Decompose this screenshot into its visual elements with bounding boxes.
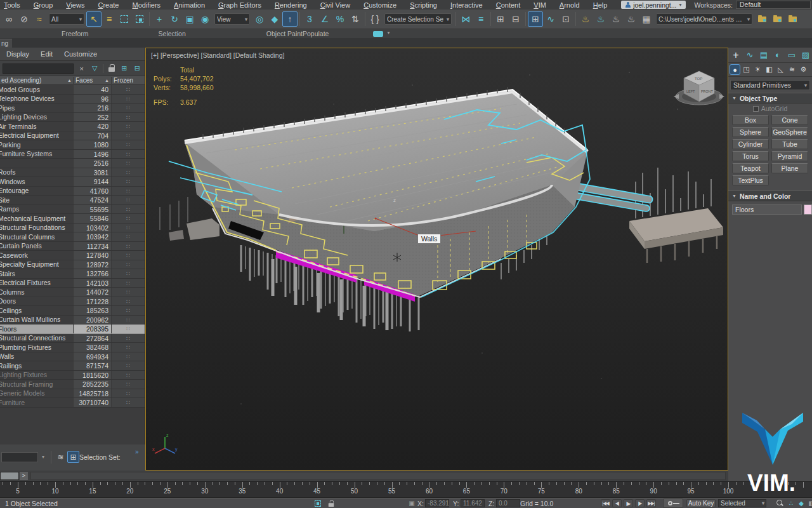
pyramid-button[interactable]: Pyramid: [771, 151, 808, 161]
primitive-type-dropdown[interactable]: Standard Primitives▾: [730, 80, 810, 90]
lock-icon[interactable]: [107, 64, 116, 73]
key-filters-dropdown[interactable]: Selected▾: [718, 499, 766, 507]
expand-tree-icon[interactable]: ⊞: [119, 64, 129, 72]
ribbon-tab-selection[interactable]: Selection: [159, 30, 186, 37]
timeline-ruler[interactable]: 5101520253035404550556065707580859095100: [0, 481, 812, 498]
table-row-columns[interactable]: Columns144072∷: [0, 288, 145, 297]
named-selection-dropdown[interactable]: [1, 452, 38, 462]
percent-snap-icon[interactable]: %: [332, 11, 348, 27]
autogrid-checkbox[interactable]: [753, 106, 759, 112]
listener-expand-button[interactable]: >: [20, 472, 28, 480]
ribbon-config-icon[interactable]: [373, 31, 383, 37]
table-row-floors[interactable]: Floors208395∷: [0, 324, 145, 334]
edit-named-selection-sets-icon[interactable]: { }: [367, 11, 383, 27]
menu-scripting[interactable]: Scripting: [410, 1, 437, 9]
tab-create-icon[interactable]: +: [730, 49, 742, 62]
explorer-menu-customize[interactable]: Customize: [64, 50, 97, 58]
object-name-field[interactable]: Floors: [732, 204, 802, 215]
select-and-rotate-icon[interactable]: ↻: [167, 11, 182, 27]
cat-cameras-icon[interactable]: ◧: [764, 64, 775, 75]
menu-graph-editors[interactable]: Graph Editors: [218, 1, 261, 9]
table-row-stairs[interactable]: Stairs132766∷: [0, 269, 145, 279]
cat-space-warps-icon[interactable]: ≋: [787, 64, 797, 75]
menu-customize[interactable]: Customize: [363, 1, 396, 9]
ribbon-tab-freeform[interactable]: Freeform: [62, 30, 89, 37]
viewport-canvas[interactable]: z TOP LEFT FRONT z x: [146, 48, 728, 470]
table-row-specialty-equipment[interactable]: Specialty Equipment128972∷: [0, 260, 145, 270]
spinner-snap-icon[interactable]: ⇅: [348, 11, 363, 27]
explorer-menu-edit[interactable]: Edit: [41, 50, 53, 58]
rectangular-selection-region-icon[interactable]: [117, 11, 132, 27]
isolate-selection-icon[interactable]: [313, 499, 322, 507]
viewcube-top-label[interactable]: TOP: [695, 77, 702, 81]
textplus-button[interactable]: TextPlus: [732, 175, 769, 185]
select-object-icon[interactable]: ↖: [86, 11, 102, 27]
align-icon[interactable]: ≡: [473, 11, 488, 27]
table-row-structural-connections[interactable]: Structural Connections272864∷: [0, 334, 145, 344]
select-and-scale-icon[interactable]: ▣: [182, 11, 197, 27]
table-row-model-groups[interactable]: Model Groups40∷: [0, 85, 145, 95]
table-row-doors[interactable]: Doors171228∷: [0, 297, 145, 307]
menu-views[interactable]: Views: [66, 1, 84, 9]
explorer-search-input[interactable]: [3, 64, 74, 74]
explorer-menu-display[interactable]: Display: [6, 50, 29, 58]
toggle-ribbon-icon[interactable]: ⊞: [528, 11, 543, 27]
transform-type-in-icon[interactable]: ▣: [407, 499, 416, 507]
menu-help[interactable]: Help: [593, 1, 608, 9]
table-row-plumbing-fixtures[interactable]: Plumbing Fixtures382468∷: [0, 343, 145, 352]
curve-editor-icon[interactable]: ∿: [543, 11, 558, 27]
state-sets-icon[interactable]: ▦: [639, 11, 654, 27]
table-row-electrical-equipment[interactable]: Electrical Equipment704∷: [0, 131, 145, 141]
object-type-rollout[interactable]: ▼ Object Type: [728, 93, 812, 104]
table-row-curtain-panels[interactable]: Curtain Panels112734∷: [0, 242, 145, 251]
z-coordinate-field[interactable]: 0.0: [496, 499, 520, 507]
use-pivot-point-icon[interactable]: ◎: [252, 11, 267, 27]
geosphere-button[interactable]: GeoSphere: [771, 127, 808, 137]
tab-motion-icon[interactable]: ◐: [771, 49, 784, 62]
table-row[interactable]: 2516∷: [0, 159, 145, 168]
perspective-viewport[interactable]: z TOP LEFT FRONT z x: [145, 48, 728, 471]
box-button[interactable]: Box: [732, 115, 769, 125]
auto-key-button[interactable]: Auto Key: [686, 499, 716, 507]
tab-utilities-icon[interactable]: ▨: [799, 49, 812, 62]
project-folder-dropdown[interactable]: C:\Users\joeld\OneD...ents 1\3ds Max 202…: [656, 13, 752, 25]
object-color-swatch[interactable]: [804, 204, 812, 215]
rendered-frame-window-icon[interactable]: ♨: [593, 11, 608, 27]
table-row-lighting-devices[interactable]: Lighting Devices252∷: [0, 113, 145, 123]
go-to-end-button[interactable]: ▶▶|: [646, 499, 656, 507]
table-row-railings[interactable]: Railings871574∷: [0, 361, 145, 371]
table-row-casework[interactable]: Casework127840∷: [0, 251, 145, 260]
table-row-structural-columns[interactable]: Structural Columns103942∷: [0, 232, 145, 242]
scene-explorer-toggle-icon[interactable]: ⊞: [67, 451, 79, 463]
viewport-layout-icon[interactable]: ◧: [807, 499, 812, 507]
table-row-windows[interactable]: Windows9144∷: [0, 177, 145, 187]
table-row-telephone-devices[interactable]: Telephone Devices96∷: [0, 95, 145, 104]
table-row-structural-foundations[interactable]: Structural Foundations103402∷: [0, 224, 145, 233]
table-row-structural-framing[interactable]: Structural Framing2852235∷: [0, 380, 145, 389]
table-row-generic-models[interactable]: Generic Models14825718∷: [0, 389, 145, 399]
window-crossing-icon[interactable]: [132, 11, 147, 27]
render-production-icon[interactable]: ♨: [608, 11, 624, 27]
x-coordinate-field[interactable]: -83.291: [425, 499, 449, 507]
set-keys-button[interactable]: [663, 498, 683, 508]
cat-helpers-icon[interactable]: ◺: [775, 64, 786, 75]
toggle-layer-explorer-icon[interactable]: ⊟: [508, 11, 523, 27]
asset-tracking-folder-icon[interactable]: [754, 11, 769, 27]
table-row-pipes[interactable]: Pipes216∷: [0, 104, 145, 113]
previous-frame-button[interactable]: ◀|: [612, 499, 622, 507]
y-coordinate-field[interactable]: 11.642: [461, 499, 485, 507]
table-row-ramps[interactable]: Ramps55695∷: [0, 205, 145, 215]
schematic-view-icon[interactable]: ⊡: [558, 11, 573, 27]
selection-filter-dropdown[interactable]: All▾: [49, 13, 84, 25]
ribbon-tab-populate[interactable]: Populate: [303, 30, 329, 37]
unlink-selection-icon[interactable]: ⊘: [16, 11, 32, 27]
angle-snap-icon[interactable]: ∠: [317, 11, 332, 27]
save-folder-icon[interactable]: [785, 11, 800, 27]
column-header-name[interactable]: ed Ascending)▲: [0, 77, 73, 84]
viewcube-front-label[interactable]: FRONT: [701, 90, 714, 93]
account-menu[interactable]: joel.penningt... ▾: [621, 1, 685, 9]
column-header-faces[interactable]: Faces▲: [73, 77, 111, 84]
bind-to-space-warp-icon[interactable]: ≈: [32, 11, 47, 27]
column-header-frozen[interactable]: Frozen: [111, 77, 145, 84]
name-and-color-rollout[interactable]: ▼ Name and Color: [728, 190, 812, 201]
